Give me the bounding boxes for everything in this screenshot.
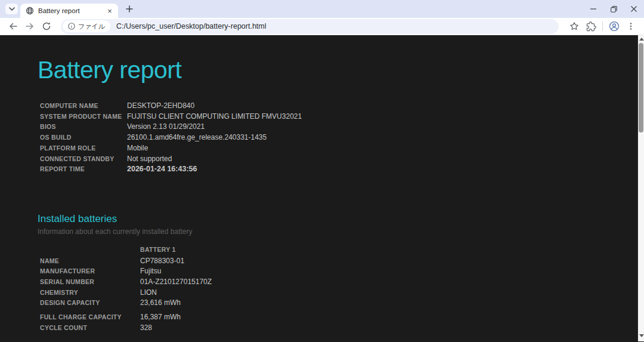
system-info-table: COMPUTER NAME DESKTOP-2EHD840 SYSTEM PRO… (38, 101, 644, 175)
globe-favicon-icon (26, 7, 34, 15)
minimize-button[interactable] (583, 0, 603, 18)
new-tab-button[interactable] (122, 1, 137, 17)
table-row: COMPUTER NAME DESKTOP-2EHD840 (38, 101, 644, 112)
file-protocol-label: ファイル (78, 22, 105, 31)
tab-battery-report[interactable]: Battery report × (20, 4, 118, 18)
report-time-value: 2026-01-24 16:43:56 (127, 164, 197, 175)
page-scrollbar[interactable] (637, 35, 644, 341)
table-row: SERIAL NUMBER 01A-Z210127015170Z (38, 277, 644, 288)
menu-kebab-button[interactable] (623, 19, 639, 34)
row-value: LION (140, 288, 157, 298)
table-row: BIOS Version 2.13 01/29/2021 (38, 122, 644, 133)
battery-report-page: Battery report COMPUTER NAME DESKTOP-2EH… (0, 35, 644, 341)
scrollbar-down-arrow-icon[interactable] (639, 334, 644, 337)
address-url: C:/Users/pc_user/Desktop/battery-report.… (116, 22, 266, 30)
table-row: CHEMISTRY LION (38, 288, 644, 298)
row-label: CYCLE COUNT (40, 323, 140, 334)
table-row: MANUFACTURER Fujitsu (38, 266, 644, 277)
section-heading: Installed batteries (38, 213, 644, 225)
row-label: PLATFORM ROLE (40, 143, 127, 154)
table-row: PLATFORM ROLE Mobile (38, 143, 644, 154)
table-row: REPORT TIME 2026-01-24 16:43:56 (38, 164, 644, 175)
row-value: Not supported (127, 154, 172, 165)
file-protocol-chip[interactable]: ファイル (63, 20, 110, 32)
scrollbar-up-arrow-icon[interactable] (639, 38, 644, 41)
tab-search-button[interactable] (5, 4, 18, 14)
table-row: CONNECTED STANDBY Not supported (38, 154, 644, 165)
table-row: OS BUILD 26100.1.amd64fre.ge_release.240… (38, 133, 644, 143)
row-label: CONNECTED STANDBY (40, 154, 127, 165)
table-row: NAME CP788303-01 (38, 256, 644, 267)
row-label: COMPUTER NAME (40, 101, 127, 112)
toolbar-separator (602, 21, 603, 31)
reload-button[interactable] (38, 19, 55, 34)
row-label: CHEMISTRY (40, 288, 140, 298)
browser-tab-strip: Battery report × (0, 0, 644, 18)
back-button[interactable] (5, 19, 21, 34)
row-value: CP788303-01 (140, 256, 184, 267)
battery-table: BATTERY 1 NAME CP788303-01 MANUFACTURER … (38, 245, 644, 334)
row-value: 328 (140, 323, 152, 334)
row-label: FULL CHARGE CAPACITY (40, 312, 140, 323)
row-value: 26100.1.amd64fre.ge_release.240331-1435 (127, 133, 267, 143)
window-controls (583, 0, 644, 18)
row-value: 01A-Z210127015170Z (140, 277, 212, 288)
row-label: OS BUILD (40, 133, 127, 143)
row-value: Mobile (127, 143, 148, 154)
row-label: SERIAL NUMBER (40, 277, 140, 288)
row-value: 16,387 mWh (140, 312, 181, 323)
row-value: Version 2.13 01/29/2021 (127, 122, 205, 133)
row-label: DESIGN CAPACITY (40, 298, 140, 309)
table-row: SYSTEM PRODUCT NAME FUJITSU CLIENT COMPU… (38, 112, 644, 122)
profile-avatar-button[interactable] (606, 19, 623, 34)
bookmark-star-button[interactable] (566, 19, 583, 34)
info-icon (68, 23, 75, 30)
tab-close-icon[interactable]: × (105, 6, 114, 16)
address-bar[interactable]: ファイル C:/Users/pc_user/Desktop/battery-re… (61, 19, 559, 34)
page-title: Battery report (38, 56, 644, 84)
section-subtitle: Information about each currently install… (38, 227, 644, 236)
browser-toolbar: ファイル C:/Users/pc_user/Desktop/battery-re… (0, 18, 644, 35)
row-value: 23,616 mWh (140, 298, 181, 309)
table-row: FULL CHARGE CAPACITY 16,387 mWh (38, 312, 644, 323)
row-label: SYSTEM PRODUCT NAME (40, 112, 127, 122)
scrollbar-thumb[interactable] (639, 43, 643, 133)
battery-column-header: BATTERY 1 (38, 245, 644, 255)
row-value: DESKTOP-2EHD840 (127, 101, 194, 112)
close-window-button[interactable] (624, 0, 644, 18)
row-label: NAME (40, 256, 140, 267)
forward-button[interactable] (21, 19, 38, 34)
extensions-puzzle-button[interactable] (583, 19, 599, 34)
chevron-down-icon (9, 7, 15, 11)
restore-button[interactable] (603, 0, 624, 18)
installed-batteries-section: Installed batteries Information about ea… (38, 213, 644, 334)
tab-title: Battery report (38, 7, 105, 14)
row-label: REPORT TIME (40, 164, 127, 175)
row-label: MANUFACTURER (40, 266, 140, 277)
table-row: CYCLE COUNT 328 (38, 323, 644, 334)
table-row: DESIGN CAPACITY 23,616 mWh (38, 298, 644, 309)
row-value: FUJITSU CLIENT COMPUTING LIMITED FMVU320… (127, 112, 302, 122)
row-label: BIOS (40, 122, 127, 133)
row-value: Fujitsu (140, 266, 161, 277)
